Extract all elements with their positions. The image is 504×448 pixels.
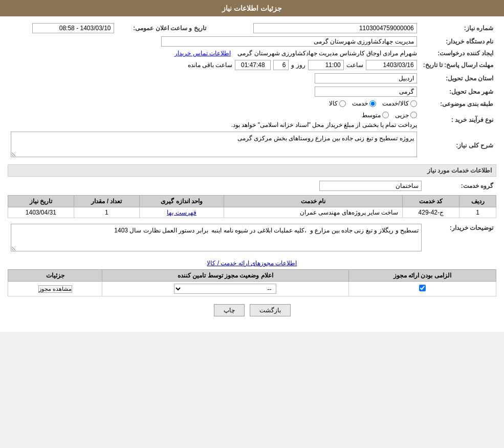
group-table: گروه خدمت: [8,179,496,193]
sharh-label: شرح کلی نیاز: [420,130,496,160]
cell-name: ساخت سایر پروژه‌های مهندسی عمران [224,207,402,218]
ostan-value [8,72,420,85]
mohlat-time [308,60,344,70]
radio-khedmat[interactable]: خدمت [352,100,376,107]
mohlat-timer: 01:47:48 [235,60,271,70]
col-tedad: تعداد / مقدار [74,196,140,207]
buyer-notes-value [8,222,425,254]
tarikh-input [32,23,114,33]
dastgah-input [161,36,417,47]
radio-jozii-label: جزیی [395,112,409,119]
print-button[interactable]: چاپ [214,304,245,316]
mohlat-date [366,60,417,70]
buyer-notes-label: توضیحات خریدار: [425,222,496,254]
notes-table: توضیحات خریدار: [8,222,496,254]
col-kod: کد خدمت [403,196,459,207]
mohlat-roz-label: روز و [291,61,305,69]
col-joziat: جزئیات [8,270,102,282]
noe-row: جزیی متوسط پرداخت تمام یا بخشی از مبلغ خ… [8,110,420,131]
group-input [319,181,422,191]
radio-motavasset-label: متوسط [362,112,381,119]
ijad-text: شهرام مرادی اوجاق کارشناس مدیریت جهادکشا… [237,50,417,57]
tarikh-label: تاریخ و ساعت اعلان عمومی: [117,22,209,35]
table-row: -- مشاهده مجوز [8,282,496,296]
ostan-input [315,73,417,83]
info-table: شماره نیاز: تاریخ و ساعت اعلان عمومی: نا… [8,22,496,160]
services-table: ردیف کد خدمت نام خدمت واحد اندازه گیری ت… [8,195,496,218]
sharh-value [8,130,420,160]
col-name: نام خدمت [224,196,402,207]
radio-khedmat-label: خدمت [352,100,368,107]
mohlat-label: مهلت ارسال پاسخ: تا تاریخ: [420,58,496,72]
radio-motavasset[interactable]: متوسط [362,112,389,119]
permits-section-link[interactable]: اطلاعات مجوزهای ارائه خدمت / کالا [207,260,297,267]
dastgah-value [8,35,420,48]
col-vahed: واحد اندازه گیری [140,196,224,207]
vaziat-select[interactable]: -- [174,284,276,294]
buyer-notes-textarea [11,224,422,251]
col-radif: ردیف [459,196,496,207]
page-header: جزئیات اطلاعات نیاز [0,0,504,16]
elzami-checkbox[interactable] [419,285,426,291]
mohlat-days [273,60,289,70]
shomara-input [253,23,417,33]
mohlat-saaat-label: ساعت [346,61,363,69]
cell-joziat: مشاهده مجوز [8,282,102,296]
permits-table: الزامی بودن ارائه مجوز اعلام وضعیت مجوز … [8,269,496,296]
col-elzami: الزامی بودن ارائه مجوز [348,270,496,282]
page-title: جزئیات اطلاعات نیاز [222,4,282,12]
shahr-input [315,87,417,97]
radio-jozii[interactable]: جزیی [395,112,417,119]
mohlat-remaining-label: ساعت باقی مانده [188,61,233,69]
contact-link[interactable]: اطلاعات تماس خریدار [174,50,231,57]
tarikh-value [8,22,117,35]
sharh-textarea [11,132,417,157]
bottom-buttons: بازگشت چاپ [8,296,496,327]
services-section-title: اطلاعات خدمات مورد نیاز [8,164,496,177]
radio-kala[interactable]: کالا [329,100,346,107]
col-tarikh: تاریخ نیاز [8,196,74,207]
shomara-value [209,22,420,35]
mohlat-row: ساعت روز و 01:47:48 ساعت باقی مانده [8,58,420,72]
dastgah-label: نام دستگاه خریدار: [420,35,496,48]
radio-kala-khedmat-label: کالا/خدمت [382,100,408,107]
back-button[interactable]: بازگشت [250,304,291,316]
ijad-value: شهرام مرادی اوجاق کارشناس مدیریت جهادکشا… [8,48,420,58]
radio-kala-khedmat[interactable]: کالا/خدمت [382,100,417,107]
noe-desc: پرداخت تمام یا بخشی از مبلغ خریداز محل "… [231,121,417,129]
cell-tarikh: 1403/04/31 [8,207,74,218]
shomara-label: شماره نیاز: [420,22,496,35]
tabaqe-label: طبقه بندی موضوعی: [420,98,496,110]
ijad-label: ایجاد کننده درخواست: [420,48,496,58]
cell-elzami [348,282,496,296]
group-label: گروه خدمت: [425,179,496,193]
cell-vahed[interactable]: فهرست بها [140,207,224,218]
shahr-label: شهر محل تحویل: [420,85,496,98]
cell-tedad: 1 [74,207,140,218]
noe-label: نوع فرآیند خرید : [420,110,496,131]
shahr-value [8,85,420,98]
cell-radif: 1 [459,207,496,218]
cell-vaziat: -- [102,282,348,296]
tabaqe-row: کالا/خدمت خدمت کالا [8,98,420,110]
table-row: 1 ج-42-429 ساخت سایر پروژه‌های مهندسی عم… [8,207,496,218]
radio-kala-label: کالا [329,100,338,107]
cell-kod: ج-42-429 [403,207,459,218]
col-vaziat: اعلام وضعیت مجوز توسط تامین کننده [102,270,348,282]
group-value [8,179,425,193]
view-permit-button[interactable]: مشاهده مجوز [38,285,72,293]
ostan-label: استان محل تحویل: [420,72,496,85]
